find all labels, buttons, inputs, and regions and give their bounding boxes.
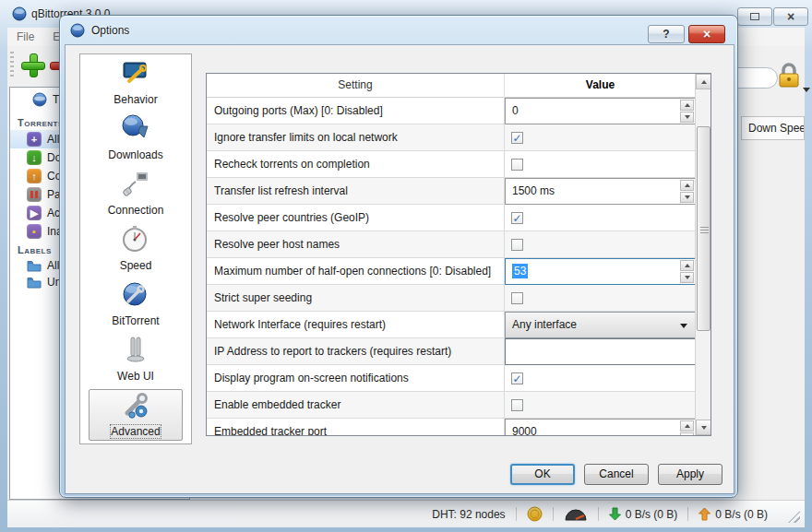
spin-down-button[interactable]	[680, 112, 694, 123]
scrollbar-thumb[interactable]	[697, 126, 710, 331]
setting-label: Recheck torrents on completion	[207, 151, 505, 177]
dialog-close-button[interactable]: ×	[688, 25, 725, 43]
value-checkbox[interactable]	[511, 399, 523, 411]
triangle-up-icon	[685, 183, 690, 187]
filter-status-icon: ▪	[27, 224, 42, 239]
options-dialog-client: BehaviorDownloadsConnectionSpeedBitTorre…	[66, 45, 734, 493]
webui-icon	[121, 335, 150, 367]
spin-up-button[interactable]	[680, 100, 694, 111]
upload-arrow-icon	[699, 507, 710, 521]
sidebar-item-label: Speed	[120, 259, 152, 272]
filter-status-icon: ↓	[27, 150, 42, 165]
spinbox-value: 53	[512, 259, 528, 284]
setting-label: Resolve peer host names	[207, 231, 505, 257]
table-row: Enable embedded tracker	[207, 392, 696, 419]
check-icon: ✓	[512, 134, 521, 143]
downloads-icon	[121, 113, 150, 146]
value-checkbox[interactable]	[511, 239, 523, 251]
value-text-input[interactable]	[505, 338, 696, 365]
lock-button[interactable]	[777, 63, 808, 94]
speed-limits-button[interactable]	[564, 507, 588, 521]
value-cell	[505, 285, 696, 311]
table-row: Maximum number of half-open connections …	[207, 258, 696, 285]
dropdown-value: Any interface	[512, 313, 577, 337]
close-icon: ×	[787, 10, 794, 23]
table-row: Embedded tracker port9000	[207, 419, 696, 436]
triangle-down-icon	[685, 115, 690, 119]
filter-status-icon: ↑	[27, 169, 42, 183]
sidebar-item-downloads[interactable]: Downloads	[89, 112, 183, 164]
column-header-value[interactable]: Value	[505, 74, 696, 98]
value-cell: ✓	[505, 205, 696, 231]
value-checkbox[interactable]	[511, 159, 523, 171]
value-spinbox[interactable]: 53	[505, 258, 696, 285]
sidebar-item-advanced[interactable]: Advanced	[89, 389, 183, 441]
value-checkbox[interactable]: ✓	[511, 212, 523, 224]
value-dropdown[interactable]: Any interface	[505, 312, 696, 338]
connection-icon	[121, 169, 150, 201]
value-spinbox[interactable]: 0	[505, 98, 696, 124]
table-row: Transfer list refresh interval1500 ms	[207, 178, 696, 205]
table-header: Setting Value	[207, 74, 696, 98]
value-cell: 1500 ms	[505, 178, 696, 204]
table-row: Outgoing ports (Max) [0: Disabled]0	[207, 98, 696, 124]
sidebar-item-speed[interactable]: Speed	[89, 223, 183, 275]
value-checkbox[interactable]: ✓	[511, 372, 523, 384]
spin-down-button[interactable]	[680, 192, 694, 203]
setting-label: IP Address to report to trackers (requir…	[207, 338, 505, 364]
spin-buttons	[680, 260, 694, 283]
value-spinbox[interactable]: 9000	[505, 419, 696, 436]
lock-dropdown-caret-icon	[803, 88, 810, 92]
help-button[interactable]: ?	[648, 25, 685, 43]
spin-up-button[interactable]	[680, 260, 694, 271]
spin-down-button[interactable]	[680, 272, 694, 283]
window-close-button[interactable]: ×	[773, 7, 808, 26]
resize-grip[interactable]	[788, 511, 800, 523]
toolbar-grip[interactable]	[10, 52, 14, 79]
download-arrow-icon	[609, 507, 621, 521]
add-torrent-button[interactable]	[20, 53, 46, 78]
table-row: Recheck torrents on completion	[207, 151, 696, 178]
spin-up-button[interactable]	[680, 420, 694, 432]
value-cell: ✓	[505, 365, 696, 391]
spinbox-value: 0	[512, 99, 519, 124]
status-bar: DHT: 92 nodes 0 B/s (0 B)	[7, 500, 805, 527]
setting-label: Ignore transfer limits on local network	[207, 124, 505, 150]
options-dialog-title: Options	[91, 24, 129, 37]
setting-label: Embedded tracker port	[207, 419, 505, 436]
spin-down-button[interactable]	[680, 432, 694, 436]
setting-label: Network Interface (requires restart)	[207, 312, 505, 337]
cancel-button[interactable]: Cancel	[584, 464, 649, 485]
dht-status: DHT: 92 nodes	[432, 508, 505, 521]
spin-up-button[interactable]	[680, 180, 694, 191]
sidebar-item-web-ui[interactable]: Web UI	[89, 334, 183, 385]
dialog-button-row: OK Cancel Apply	[66, 464, 734, 485]
column-header-down-speed[interactable]: Down Speed	[741, 116, 805, 140]
value-checkbox[interactable]	[511, 292, 523, 304]
value-cell: 53	[505, 258, 696, 284]
sidebar-item-behavior[interactable]: Behavior	[89, 57, 183, 109]
ok-button[interactable]: OK	[510, 464, 575, 485]
value-cell: 9000	[505, 419, 696, 436]
scroll-up-button[interactable]	[696, 74, 711, 89]
folder-icon	[27, 259, 42, 272]
sidebar-item-connection[interactable]: Connection	[89, 168, 183, 219]
scroll-down-button[interactable]	[696, 420, 711, 435]
advanced-settings-table: Setting Value Outgoing ports (Max) [0: D…	[206, 73, 711, 436]
maximize-button[interactable]	[737, 7, 772, 26]
value-spinbox[interactable]: 1500 ms	[505, 178, 696, 205]
sidebar-item-bittorrent[interactable]: BitTorrent	[89, 278, 183, 330]
qbittorrent-logo-icon	[12, 6, 27, 24]
column-header-setting[interactable]: Setting	[207, 74, 505, 98]
connection-status-button[interactable]	[527, 506, 543, 522]
apply-button[interactable]: Apply	[658, 464, 722, 485]
table-row: Ignore transfer limits on local network✓	[207, 124, 696, 151]
thumb-grip-icon	[700, 227, 709, 233]
options-dialog-titlebar[interactable]: Options	[60, 16, 737, 45]
table-scrollbar[interactable]	[695, 74, 710, 435]
value-cell	[505, 338, 696, 364]
menu-file[interactable]: File	[7, 28, 43, 46]
statusbar-separator	[516, 507, 517, 521]
sidebar-item-label: BitTorrent	[112, 314, 159, 327]
value-checkbox[interactable]: ✓	[511, 132, 523, 144]
